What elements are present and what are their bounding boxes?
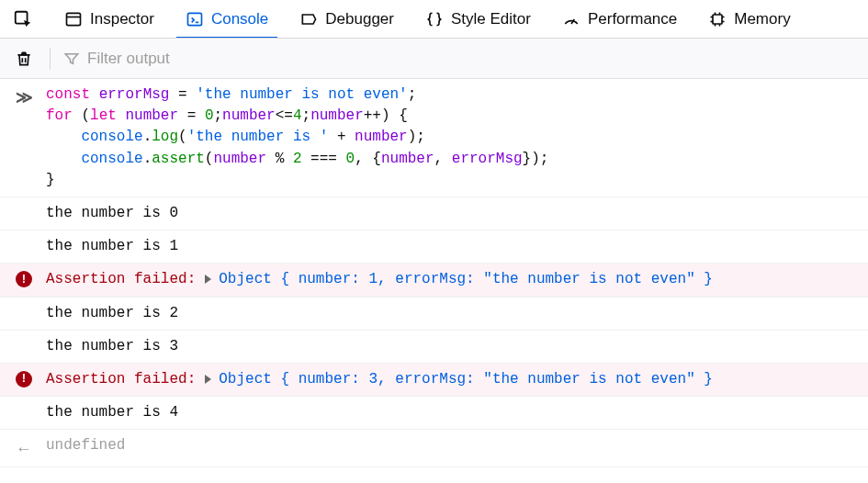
tab-memory[interactable]: Memory	[705, 0, 794, 38]
node-picker-icon	[13, 9, 33, 29]
object-inspector[interactable]: Object { number: 3, errorMsg: "the numbe…	[205, 369, 713, 390]
log-message[interactable]: the number is 1	[46, 236, 859, 257]
filter-input-wrapper	[63, 50, 857, 68]
assertion-row: ! Assertion failed: Object { number: 1, …	[0, 264, 868, 297]
trash-icon	[15, 50, 33, 68]
log-message[interactable]: the number is 3	[46, 336, 859, 357]
object-inspector[interactable]: Object { number: 1, errorMsg: "the numbe…	[205, 269, 713, 290]
svg-rect-1	[67, 13, 81, 25]
console-icon	[186, 10, 204, 28]
log-row: the number is 3	[0, 331, 868, 364]
filter-input[interactable]	[87, 50, 857, 68]
console-toolbar	[0, 39, 868, 79]
log-message[interactable]: the number is 2	[46, 303, 859, 324]
svg-rect-6	[713, 15, 722, 24]
performance-icon	[562, 10, 581, 28]
console-input-echo: ≫ const errorMsg = 'the number is not ev…	[0, 79, 868, 197]
return-value[interactable]: undefined	[46, 435, 859, 456]
log-message[interactable]: the number is 4	[46, 402, 859, 423]
log-row: the number is 2	[0, 298, 868, 331]
svg-rect-3	[187, 13, 201, 25]
log-message[interactable]: the number is 0	[46, 203, 859, 224]
inspector-icon	[64, 10, 83, 28]
tab-picker[interactable]	[9, 0, 37, 38]
tab-inspector[interactable]: Inspector	[61, 0, 158, 38]
tab-label: Style Editor	[451, 10, 531, 28]
assertion-label: Assertion failed:	[46, 269, 196, 290]
tab-label: Memory	[734, 10, 790, 28]
tab-console[interactable]: Console	[182, 0, 272, 38]
assertion-label: Assertion failed:	[46, 369, 196, 390]
expand-triangle-icon[interactable]	[205, 275, 211, 284]
error-icon: !	[16, 271, 32, 287]
tab-label: Performance	[588, 10, 677, 28]
tab-performance[interactable]: Performance	[558, 0, 681, 38]
log-row: the number is 1	[0, 230, 868, 264]
assertion-row: ! Assertion failed: Object { number: 3, …	[0, 364, 868, 397]
log-row: the number is 0	[0, 197, 868, 230]
tab-label: Debugger	[325, 10, 394, 28]
devtools-tabbar: Inspector Console Debugger Style Editor …	[0, 0, 868, 39]
log-row: the number is 4	[0, 397, 868, 430]
console-code[interactable]: const errorMsg = 'the number is not even…	[46, 84, 859, 191]
filter-icon	[63, 51, 80, 67]
style-editor-icon	[425, 10, 444, 28]
tab-style-editor[interactable]: Style Editor	[422, 0, 535, 38]
error-icon: !	[16, 371, 32, 388]
clear-console-button[interactable]	[11, 46, 37, 72]
debugger-icon	[299, 10, 318, 28]
return-arrow-icon: ←	[19, 437, 29, 461]
memory-icon	[708, 10, 727, 28]
console-output: ≫ const errorMsg = 'the number is not ev…	[0, 79, 868, 467]
return-row: ← undefined	[0, 430, 868, 467]
input-prompt-icon: ≫	[16, 86, 33, 110]
divider	[50, 48, 51, 70]
tab-label: Inspector	[90, 10, 154, 28]
tab-label: Console	[211, 10, 268, 28]
expand-triangle-icon[interactable]	[205, 375, 211, 384]
tab-debugger[interactable]: Debugger	[296, 0, 398, 38]
